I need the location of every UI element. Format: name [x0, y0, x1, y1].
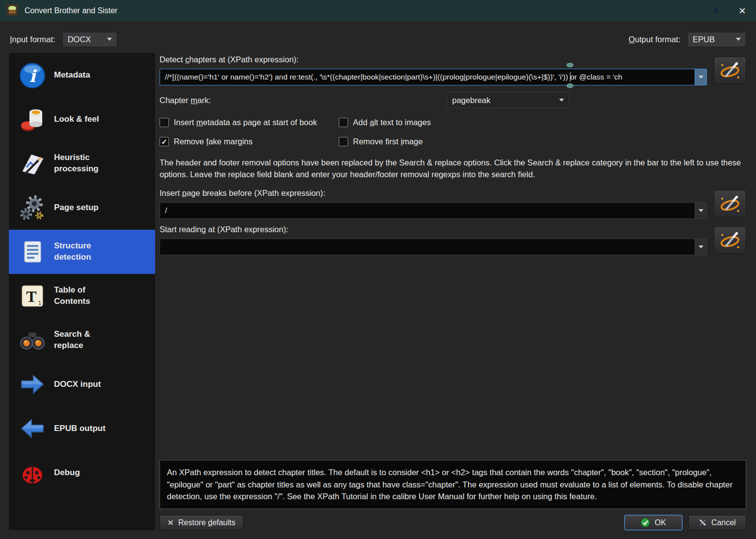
page-breaks-block: Insert page breaks before (XPath express…	[160, 189, 746, 219]
page-breaks-input[interactable]: /	[160, 202, 707, 219]
chapter-mark-row: Chapter mark: pagebreak	[160, 92, 746, 108]
combo-dropdown-button[interactable]	[695, 239, 706, 255]
checkbox-label: Add alt text to images	[353, 118, 431, 127]
info-icon: i	[19, 61, 46, 89]
letter-tile-icon: T 1	[19, 282, 46, 310]
convert-dialog: Convert Brother and Sister × Input forma…	[0, 0, 756, 539]
calibre-app-icon	[6, 3, 19, 18]
close-button[interactable]: ×	[731, 0, 753, 22]
sidebar-item-page-setup[interactable]: Page setup	[9, 186, 155, 230]
input-format-label: Input format:	[10, 35, 55, 44]
combo-dropdown-button[interactable]	[695, 69, 706, 85]
remove-fake-margins-checkbox[interactable]: Remove fake margins	[160, 137, 339, 146]
checkbox-label: Insert metadata as page at start of book	[174, 118, 317, 127]
cancel-button[interactable]: Cancel	[688, 515, 746, 530]
sidebar-item-structure-detection[interactable]: Structure detection	[9, 230, 155, 274]
svg-text:1: 1	[38, 300, 41, 306]
checkbox-label: Remove fake margins	[174, 137, 253, 146]
add-alt-text-checkbox[interactable]: Add alt text to images	[339, 118, 746, 127]
titlebar: Convert Brother and Sister ×	[0, 0, 756, 22]
chapter-mark-select[interactable]: pagebreak	[447, 92, 569, 108]
start-reading-label: Start reading at (XPath expression):	[160, 225, 707, 234]
clear-x-icon	[167, 519, 174, 526]
detect-chapters-input[interactable]: //*[((name()='h1' or name()='h2') and re…	[160, 69, 707, 85]
restore-defaults-button[interactable]: Restore defaults	[160, 515, 243, 530]
collapse-arrow-icon[interactable]	[704, 0, 726, 22]
sidebar-item-search-and-replace[interactable]: Search & replace	[9, 318, 155, 362]
sidebar-item-heuristic-processing[interactable]: Heuristic processing	[9, 141, 155, 186]
text-cursor	[570, 72, 571, 82]
page-breaks-value: /	[165, 206, 692, 215]
header-footer-notice: The header and footer removal options ha…	[160, 157, 746, 181]
palette-icon	[19, 106, 46, 133]
selection-handle-icon[interactable]	[567, 83, 573, 88]
output-format-select[interactable]: EPUB	[687, 32, 746, 47]
check-circle-icon	[641, 518, 650, 527]
xpath-help-text: An XPath expression to detect chapter ti…	[160, 460, 746, 509]
sidebar-item-table-of-contents[interactable]: T 1 Table of Contents	[9, 274, 155, 318]
sidebar-item-debug[interactable]: Debug	[9, 451, 155, 495]
checkbox-box	[160, 118, 169, 127]
page-breaks-wizard-button[interactable]	[714, 190, 746, 217]
checkbox-box	[339, 118, 348, 127]
heuristic-icon	[19, 150, 46, 177]
sidebar-item-docx-input[interactable]: DOCX input	[9, 362, 155, 406]
ok-button[interactable]: OK	[624, 515, 682, 530]
dialog-footer: Restore defaults OK Cancel	[160, 515, 746, 530]
sidebar-item-look-and-feel[interactable]: Look & feel	[9, 97, 155, 141]
cancel-x-icon	[699, 518, 707, 527]
chapter-mark-label: Chapter mark:	[160, 96, 211, 105]
selection-handle-icon[interactable]	[567, 63, 573, 67]
output-format-value: EPUB	[693, 35, 715, 44]
start-reading-input[interactable]	[160, 239, 707, 255]
chevron-down-icon	[736, 38, 741, 41]
insert-metadata-checkbox[interactable]: Insert metadata as page at start of book	[160, 118, 339, 127]
window-title: Convert Brother and Sister	[25, 6, 117, 15]
format-row: Input format: DOCX Output format: EPUB	[10, 27, 746, 51]
chapter-mark-value: pagebreak	[452, 96, 490, 105]
binoculars-icon	[19, 326, 46, 354]
options-checkbox-grid: Insert metadata as page at start of book…	[160, 118, 746, 146]
input-format-select[interactable]: DOCX	[62, 32, 117, 47]
chevron-down-icon	[107, 38, 112, 41]
category-sidebar: i Metadata Look & feel	[9, 53, 155, 530]
checkbox-label: Remove first image	[353, 137, 423, 146]
structure-detection-panel: Detect chapters at (XPath expression): /…	[160, 53, 746, 530]
sidebar-item-epub-output[interactable]: EPUB output	[9, 406, 155, 451]
input-format-value: DOCX	[68, 35, 91, 44]
page-breaks-label: Insert page breaks before (XPath express…	[160, 189, 707, 198]
arrow-left-icon	[19, 415, 46, 442]
sidebar-item-metadata[interactable]: i Metadata	[9, 53, 155, 97]
chevron-down-icon	[559, 99, 564, 102]
ladybug-icon	[19, 459, 46, 486]
document-icon	[19, 238, 46, 266]
detect-chapters-block: Detect chapters at (XPath expression): /…	[160, 55, 746, 85]
start-reading-wizard-button[interactable]	[714, 226, 746, 254]
detect-chapters-label: Detect chapters at (XPath expression):	[160, 55, 707, 64]
checkbox-box	[339, 137, 348, 146]
checkbox-box	[160, 137, 169, 146]
arrow-right-icon	[19, 371, 46, 398]
svg-text:T: T	[26, 288, 36, 305]
detect-chapters-value: //*[((name()='h1' or name()='h2') and re…	[165, 73, 692, 81]
gears-icon	[19, 194, 46, 221]
start-reading-block: Start reading at (XPath expression):	[160, 225, 746, 255]
combo-dropdown-button[interactable]	[695, 203, 706, 218]
detect-chapters-wizard-button[interactable]	[714, 56, 746, 84]
output-format-label: Output format:	[629, 35, 680, 44]
remove-first-image-checkbox[interactable]: Remove first image	[339, 137, 746, 146]
